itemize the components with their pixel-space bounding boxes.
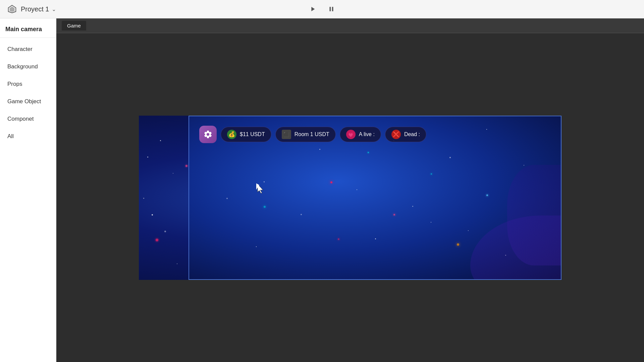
game-outer: 💰 $11 USDT ⬛ Room 1 USDT bbox=[139, 116, 561, 280]
sidebar: Main camera Character Background Props G… bbox=[0, 18, 56, 362]
hud-bar: 💰 $11 USDT ⬛ Room 1 USDT bbox=[199, 126, 426, 143]
hud-settings-button[interactable] bbox=[199, 126, 217, 143]
sidebar-item-all[interactable]: All bbox=[2, 128, 54, 144]
pause-button[interactable] bbox=[325, 3, 337, 15]
sidebar-item-character[interactable]: Character bbox=[2, 41, 54, 57]
hud-alive-text: A live : bbox=[359, 131, 375, 137]
hud-usdt-text: $11 USDT bbox=[240, 131, 265, 137]
game-area[interactable]: 💰 $11 USDT ⬛ Room 1 USDT bbox=[56, 33, 644, 362]
hud-pill-room: ⬛ Room 1 USDT bbox=[275, 127, 336, 142]
sidebar-item-game-object[interactable]: Game Object bbox=[2, 94, 54, 110]
play-button[interactable] bbox=[307, 3, 319, 15]
app-logo bbox=[7, 4, 17, 14]
camera-label: Main camera bbox=[0, 21, 56, 38]
hud-pill-usdt: 💰 $11 USDT bbox=[221, 127, 271, 142]
dropdown-icon[interactable]: ⌄ bbox=[52, 6, 56, 12]
sidebar-item-componet[interactable]: Componet bbox=[2, 111, 54, 127]
topbar-controls bbox=[307, 3, 337, 15]
main-layout: Main camera Character Background Props G… bbox=[0, 18, 644, 362]
game-viewport[interactable]: 💰 $11 USDT ⬛ Room 1 USDT bbox=[189, 116, 561, 280]
tab-game[interactable]: Game bbox=[62, 21, 86, 31]
svg-marker-1 bbox=[10, 7, 15, 12]
sidebar-item-background[interactable]: Background bbox=[2, 59, 54, 75]
sidebar-item-props[interactable]: Props bbox=[2, 76, 54, 92]
topbar: Proyect 1 ⌄ bbox=[0, 0, 644, 18]
project-name: Proyect 1 bbox=[21, 5, 49, 13]
tab-bar: Game bbox=[56, 18, 644, 33]
hud-pill-dead: ❌ Dead : bbox=[385, 127, 426, 142]
hud-dead-text: Dead : bbox=[404, 131, 420, 137]
content-area: Game bbox=[56, 18, 644, 362]
hud-room-text: Room 1 USDT bbox=[294, 131, 329, 137]
hud-pill-alive: 💗 A live : bbox=[340, 127, 381, 142]
